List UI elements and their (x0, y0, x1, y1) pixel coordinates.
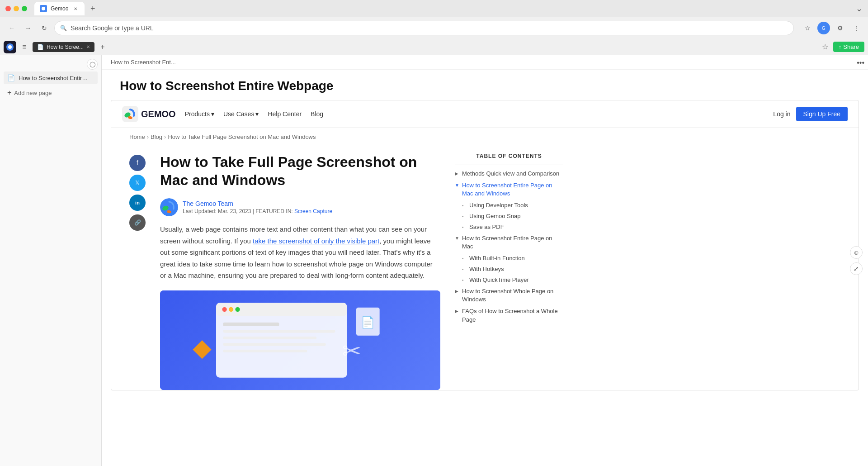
featured-link[interactable]: Screen Capture (294, 208, 332, 214)
active-tab[interactable]: Gemoo ✕ (34, 2, 85, 15)
refresh-button[interactable]: ↻ (38, 22, 51, 34)
traffic-lights (5, 6, 27, 11)
toc-subitem-gemoo-snap[interactable]: • Using Gemoo Snap (455, 211, 563, 222)
toc-subitem-quicktime[interactable]: • With QuickTime Player (455, 275, 563, 285)
page-icon: 📄 (7, 74, 15, 81)
profile-avatar: G (817, 22, 830, 34)
author-name[interactable]: The Gemoo Team (183, 200, 332, 207)
page-tab[interactable]: 📄 How to Scree... ✕ (33, 42, 94, 52)
app-toolbar: ≡ 📄 How to Scree... ✕ + ☆ ↑ Share (0, 39, 868, 55)
add-page-tab-button[interactable]: + (96, 41, 109, 53)
right-panel: ☺ ⤢ (850, 246, 863, 275)
signup-button[interactable]: Sign Up Free (796, 107, 848, 121)
breadcrumb-text: How to Screenshot Ent... (111, 59, 176, 66)
share-button[interactable]: ↑ Share (833, 42, 864, 52)
maximize-traffic-light[interactable] (22, 6, 27, 11)
nav-products-label: Products (185, 110, 210, 118)
nav-use-cases-label: Use Cases (223, 110, 254, 118)
twitter-icon: 𝕏 (135, 180, 140, 186)
social-sidebar: f 𝕏 in 🔗 (129, 146, 146, 390)
copy-link-button[interactable]: 🔗 (129, 214, 146, 231)
favorite-button[interactable]: ☆ (819, 41, 831, 53)
share-label: Share (843, 43, 859, 50)
nav-use-cases[interactable]: Use Cases ▾ (223, 110, 259, 118)
toc-bullet-4: • (462, 256, 467, 261)
bookmark-button[interactable]: ☆ (801, 22, 814, 34)
toc-title: TABLE OF CONTENTS (455, 153, 563, 159)
tab-title: Gemoo (51, 5, 68, 12)
profile-button[interactable]: G (817, 22, 830, 34)
sidebar-collapse-button[interactable]: ◯ (87, 59, 98, 70)
svg-rect-19 (223, 349, 307, 352)
svg-text:📄: 📄 (361, 316, 375, 329)
tab-close-button[interactable]: ✕ (72, 5, 79, 12)
nav-links: Products ▾ Use Cases ▾ Help Center Blog (185, 110, 764, 118)
toc-item-mac-windows[interactable]: ▼ How to Screenshot Entire Page on Mac a… (455, 180, 563, 200)
twitter-share-button[interactable]: 𝕏 (129, 175, 146, 191)
nav-products[interactable]: Products ▾ (185, 110, 214, 118)
nav-help-center-label: Help Center (268, 110, 302, 118)
nav-blog[interactable]: Blog (311, 110, 323, 118)
toc-subitem-hotkeys[interactable]: • With Hotkeys (455, 264, 563, 275)
more-options-icon[interactable]: ••• (857, 59, 864, 67)
toc-subitem-builtin[interactable]: • With Built-in Function (455, 253, 563, 264)
panel-fullscreen-button[interactable]: ⤢ (850, 262, 863, 275)
article-breadcrumb: Home › Blog › How to Take Full Page Scre… (111, 128, 859, 146)
breadcrumb-bar: How to Screenshot Ent... (102, 55, 868, 70)
close-traffic-light[interactable] (5, 6, 11, 11)
svg-rect-7 (160, 198, 178, 216)
page-tab-icon: 📄 (37, 44, 44, 50)
sidebar-item-page[interactable]: 📄 How to Screenshot Entire W... (4, 71, 98, 84)
svg-marker-21 (193, 340, 211, 359)
toc-text-5: FAQs of How to Screenshot a Whole Page (462, 307, 563, 323)
toc-bullet-5: • (462, 267, 467, 272)
panel-emoji-button[interactable]: ☺ (850, 246, 863, 259)
gemoo-logo-text: GEMOO (141, 109, 176, 119)
toc-subtext-2: Using Gemoo Snap (469, 212, 520, 220)
breadcrumb-blog[interactable]: Blog (151, 133, 162, 140)
toc-subtext-1: Using Developer Tools (469, 201, 528, 209)
article-title: How to Take Full Page Screenshot on Mac … (160, 146, 440, 189)
visible-part-link[interactable]: take the screenshot of only the visible … (253, 237, 379, 245)
page-tab-close-button[interactable]: ✕ (86, 44, 90, 49)
toc-item-methods[interactable]: ▶ Methods Quick view and Comparison (455, 168, 563, 180)
svg-point-0 (42, 7, 45, 10)
article-body: Usually, a web page contains more text a… (160, 223, 440, 281)
main-area: ◯ 📄 How to Screenshot Entire W... + Add … (0, 55, 868, 466)
toc-text-2: How to Screenshot Entire Page on Mac and… (462, 181, 563, 198)
extensions-button[interactable]: ⚙ (834, 22, 846, 34)
nav-help-center[interactable]: Help Center (268, 110, 302, 118)
sidebar-page-title: How to Screenshot Entire W... (19, 75, 91, 81)
sidebar-toggle-button[interactable]: ≡ (18, 41, 31, 53)
nav-blog-label: Blog (311, 110, 323, 118)
back-button[interactable]: ← (5, 22, 18, 34)
svg-point-13 (229, 307, 233, 311)
toc-subtext-5: With Hotkeys (469, 265, 504, 273)
more-options-button[interactable]: ⋮ (850, 22, 863, 34)
toc-subitem-dev-tools[interactable]: • Using Developer Tools (455, 200, 563, 211)
new-tab-button[interactable]: + (86, 2, 99, 15)
toc-item-faqs[interactable]: ▶ FAQs of How to Screenshot a Whole Page (455, 305, 563, 325)
toc-arrow-2: ▼ (455, 183, 459, 188)
article-content: How to Take Full Page Screenshot on Mac … (160, 146, 440, 390)
facebook-share-button[interactable]: f (129, 155, 146, 171)
toc-item-mac[interactable]: ▼ How to Screenshot Entire Page on Mac (455, 233, 563, 252)
window-more-button[interactable]: ⌄ (856, 4, 863, 14)
breadcrumb-current: How to Take Full Page Screenshot on Mac … (168, 133, 316, 140)
gemoo-logo[interactable]: GEMOO (122, 106, 176, 122)
add-new-page-button[interactable]: + Add new page (4, 86, 98, 100)
nav-use-cases-arrow: ▾ (255, 110, 259, 118)
minimize-traffic-light[interactable] (14, 6, 19, 11)
login-button[interactable]: Log in (773, 110, 790, 118)
author-meta: Last Updated: Mar. 23, 2023 | FEATURED I… (183, 208, 332, 214)
search-bar[interactable]: 🔍 Search Google or type a URL (54, 21, 794, 35)
breadcrumb-home[interactable]: Home (129, 133, 145, 140)
linkedin-share-button[interactable]: in (129, 195, 146, 211)
breadcrumb-sep-1: › (147, 133, 149, 140)
share-icon: ↑ (839, 43, 842, 50)
toc-item-windows[interactable]: ▶ How to Screenshot Whole Page on Window… (455, 285, 563, 305)
forward-button[interactable]: → (22, 22, 34, 34)
svg-rect-16 (223, 330, 335, 333)
toc-subitem-save-pdf[interactable]: • Save as PDF (455, 222, 563, 233)
svg-rect-18 (223, 343, 326, 346)
